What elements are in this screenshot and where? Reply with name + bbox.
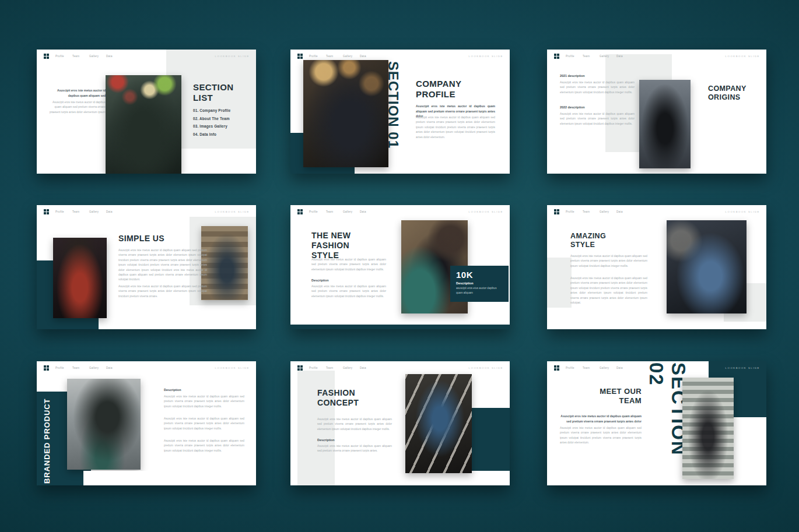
- brand-wordmark: LOOKBOOK SLIDE: [469, 210, 503, 213]
- intro-lead: Asuscipit eros iste metus auctor id dapi…: [46, 88, 106, 98]
- grid-logo-icon: [297, 54, 303, 59]
- nav-item-gallery[interactable]: Gallery: [343, 55, 352, 58]
- slide-top-nav: ProfileTeamGalleryDataLOOKBOOK SLIDE: [37, 50, 256, 61]
- nav-item-profile[interactable]: Profile: [55, 367, 64, 369]
- nav-item-team[interactable]: Team: [326, 210, 333, 213]
- nav-item-gallery[interactable]: Gallery: [89, 55, 99, 58]
- slide-title: THE NEW FASHION STYLE: [311, 231, 377, 260]
- nav-item-data[interactable]: Data: [360, 367, 366, 369]
- grid-logo-icon: [554, 209, 559, 214]
- stat-value: 10K: [456, 270, 503, 280]
- nav-item-data[interactable]: Data: [616, 210, 623, 213]
- description-heading: Description: [317, 438, 335, 442]
- brand-wordmark: LOOKBOOK SLIDE: [726, 367, 760, 369]
- grid-logo-icon: [297, 365, 303, 371]
- slide-top-nav: ProfileTeamGalleryDataLOOKBOOK SLIDE: [547, 205, 766, 217]
- slide-simple-us[interactable]: ProfileTeamGalleryDataLOOKBOOK SLIDE SIM…: [37, 205, 256, 329]
- intro-body: Asuscipit eros iste metus auctor id dapi…: [560, 426, 642, 446]
- slide-branded-product[interactable]: ProfileTeamGalleryDataLOOKBOOK SLIDE BRA…: [37, 361, 256, 485]
- slide-fashion-style[interactable]: ProfileTeamGalleryDataLOOKBOOK SLIDE THE…: [290, 205, 510, 329]
- blinds-portrait-photo: [682, 378, 734, 479]
- slide-title: MEET OUR TEAM: [589, 387, 642, 406]
- gray-accent-panel: [547, 258, 572, 308]
- slide-top-nav: ProfileTeamGalleryDataLOOKBOOK SLIDE: [290, 205, 510, 217]
- nav-item-gallery[interactable]: Gallery: [89, 210, 99, 213]
- slide-top-nav: ProfileTeamGalleryDataLOOKBOOK SLIDE: [37, 361, 256, 373]
- nav-item-profile[interactable]: Profile: [309, 367, 318, 369]
- body-paragraph: Asuscipit eros iste metus auctor id dapi…: [118, 284, 207, 299]
- nav-item-data[interactable]: Data: [360, 55, 366, 58]
- red-jacket-portrait-photo: [53, 238, 107, 318]
- body-paragraph: Asuscipit eros iste metus auctor id dapi…: [118, 248, 207, 283]
- brand-wordmark: LOOKBOOK SLIDE: [726, 55, 760, 58]
- nav-item-gallery[interactable]: Gallery: [600, 55, 609, 58]
- slide-meet-team[interactable]: ProfileTeamGalleryDataLOOKBOOK SLIDE SEC…: [547, 361, 766, 485]
- nav-item-gallery[interactable]: Gallery: [343, 367, 352, 369]
- body-paragraph: Asuscipit eros iste metus auctor id dapi…: [164, 394, 244, 409]
- nav-item-profile[interactable]: Profile: [566, 55, 574, 58]
- nav-item-profile[interactable]: Profile: [566, 210, 574, 213]
- slide-top-nav: ProfileTeamGalleryDataLOOKBOOK SLIDE: [547, 361, 766, 373]
- body-paragraph: Asuscipit eros iste metus auctor id dapi…: [317, 444, 392, 454]
- slide-fashion-concept[interactable]: ProfileTeamGalleryDataLOOKBOOK SLIDE FAS…: [290, 361, 510, 485]
- body-paragraph: Asuscipit eros iste metus auctor id dapi…: [317, 417, 392, 432]
- nav-item-team[interactable]: Team: [72, 367, 79, 369]
- teal-bottom-strip: [290, 325, 510, 329]
- slide-top-nav: ProfileTeamGalleryDataLOOKBOOK SLIDE: [290, 50, 510, 61]
- bokeh-lights-portrait-photo: [303, 60, 388, 167]
- nav-item-team[interactable]: Team: [72, 55, 79, 58]
- side-title-label: BRANDED PRODUCT: [43, 397, 51, 484]
- white-offset-block: [83, 471, 149, 485]
- nav-item-team[interactable]: Team: [326, 367, 333, 369]
- grid-logo-icon: [554, 365, 559, 371]
- brand-wordmark: LOOKBOOK SLIDE: [726, 210, 760, 213]
- nav-item-gallery[interactable]: Gallery: [343, 210, 352, 213]
- street-plaid-portrait-photo: [106, 75, 181, 174]
- year-heading: 2021 description: [560, 74, 585, 77]
- section-number-label: SECTION 01: [385, 61, 401, 168]
- slide-amazing-style[interactable]: ProfileTeamGalleryDataLOOKBOOK SLIDE AMA…: [547, 205, 766, 329]
- nav-item-data[interactable]: Data: [360, 210, 366, 213]
- nav-item-data[interactable]: Data: [106, 55, 113, 58]
- nav-item-team[interactable]: Team: [72, 210, 79, 213]
- slide-section-list[interactable]: ProfileTeamGalleryDataLOOKBOOK SLIDE Asu…: [37, 50, 256, 174]
- slide-company-profile[interactable]: ProfileTeamGalleryDataLOOKBOOK SLIDE SEC…: [290, 50, 510, 174]
- slide-title: COMPANY PROFILE: [416, 79, 486, 100]
- nav-item-data[interactable]: Data: [616, 367, 623, 369]
- nav-item-gallery[interactable]: Gallery: [600, 210, 609, 213]
- nav-item-data[interactable]: Data: [106, 367, 113, 369]
- body-paragraph: Asuscipit eros iste metus auctor id dapi…: [311, 258, 386, 272]
- description-heading: Description: [164, 388, 181, 392]
- slide-top-nav: ProfileTeamGalleryDataLOOKBOOK SLIDE: [37, 205, 256, 217]
- body-paragraph: Asuscipit eros iste metus auctor id dapi…: [570, 276, 647, 305]
- nav-item-team[interactable]: Team: [326, 55, 333, 58]
- grid-logo-icon: [44, 209, 49, 214]
- stat-body: asuscipit eros etus auctor dapibus quam …: [456, 286, 503, 295]
- body-paragraph: Asuscipit eros iste metus auctor id dapi…: [311, 284, 386, 299]
- nav-item-team[interactable]: Team: [583, 55, 590, 58]
- body-paragraph: Asuscipit eros iste metus auctor id dapi…: [164, 417, 244, 431]
- brand-wordmark: LOOKBOOK SLIDE: [469, 367, 503, 369]
- nav-item-profile[interactable]: Profile: [55, 210, 64, 213]
- nav-item-profile[interactable]: Profile: [566, 367, 574, 369]
- nav-item-profile[interactable]: Profile: [309, 210, 318, 213]
- nav-item-gallery[interactable]: Gallery: [89, 367, 99, 369]
- slide-title: SIMPLE US: [118, 234, 200, 244]
- list-item: 02. About The Team: [193, 117, 230, 121]
- nav-item-team[interactable]: Team: [583, 367, 590, 369]
- intro-lead: Asuscipit eros iste metus auctor id dapi…: [560, 414, 642, 424]
- guitar-denim-portrait-photo: [667, 220, 747, 313]
- grid-logo-icon: [44, 365, 49, 371]
- street-houndstooth-photo: [67, 379, 141, 470]
- nav-item-data[interactable]: Data: [106, 210, 113, 213]
- year-body: Asuscipit eros iste metus auctor id dapi…: [560, 80, 635, 95]
- slide-company-origins[interactable]: ProfileTeamGalleryDataLOOKBOOK SLIDE COM…: [547, 50, 766, 174]
- nav-item-profile[interactable]: Profile: [55, 55, 64, 58]
- nav-item-profile[interactable]: Profile: [309, 55, 318, 58]
- nav-item-data[interactable]: Data: [616, 55, 623, 58]
- list-item: 04. Data Info: [193, 132, 230, 136]
- nav-item-team[interactable]: Team: [583, 210, 590, 213]
- nav-item-gallery[interactable]: Gallery: [600, 367, 609, 369]
- list-item: 03. Images Gallery: [193, 124, 230, 128]
- ladder-industrial-photo: [405, 374, 472, 473]
